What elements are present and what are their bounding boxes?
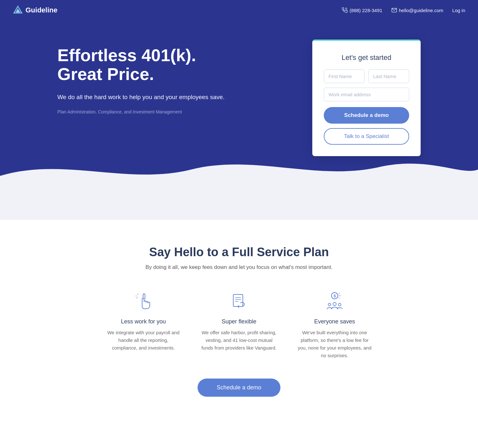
everyone-saves-icon: $ (323, 290, 346, 312)
svg-line-7 (137, 297, 137, 298)
logo-text: Guideline (25, 6, 57, 14)
form-title: Let's get started (324, 54, 409, 62)
phone-number: (888) 228-3491 (350, 8, 382, 13)
header: Guideline (888) 228-3491 hello@guideline… (0, 0, 478, 20)
last-name-input[interactable] (368, 69, 409, 83)
login-button[interactable]: Log in (452, 8, 465, 13)
email-address: hello@guideline.com (399, 8, 443, 13)
svg-line-16 (338, 297, 340, 298)
svg-point-18 (328, 303, 331, 306)
hero-title: Effortless 401(k). Great Price. (57, 46, 242, 84)
feature-name-2: Super flexible (201, 318, 277, 325)
hero-section: Effortless 401(k). Great Price. We do al… (0, 20, 478, 188)
feature-desc-1: We integrate with your payroll and handl… (105, 329, 182, 352)
hero-title-line1: Effortless 401(k). (57, 46, 196, 65)
schedule-demo-button[interactable]: Schedule a demo (324, 107, 409, 124)
feature-item-1: Less work for you We integrate with your… (105, 290, 182, 359)
feature-item-3: $ (296, 290, 373, 359)
features-section: Say Hello to a Full Service Plan By doin… (0, 220, 478, 422)
feature-name-1: Less work for you (105, 318, 182, 325)
svg-point-3 (345, 8, 347, 10)
less-work-icon (132, 290, 155, 312)
email-icon (391, 7, 397, 13)
feature-desc-2: We offer safe harbor, profit sharing, ve… (201, 329, 277, 352)
svg-text:$: $ (334, 294, 336, 298)
svg-point-19 (338, 303, 341, 306)
email-input[interactable] (324, 88, 409, 101)
phone-icon (342, 7, 348, 13)
talk-to-specialist-button[interactable]: Talk to a Specialist (324, 128, 409, 145)
wave-divider (0, 150, 478, 189)
name-row (324, 69, 409, 83)
feature-name-3: Everyone saves (296, 318, 373, 325)
feature-desc-3: We've built everything into one platform… (296, 329, 373, 359)
svg-point-17 (333, 302, 336, 306)
features-title: Say Hello to a Full Service Plan (13, 245, 465, 259)
section-buffer (0, 188, 478, 220)
email-link[interactable]: hello@guideline.com (391, 7, 443, 13)
hero-tagline: Plan Administration, Compliance, and Inv… (57, 109, 242, 114)
hero-content: Effortless 401(k). Great Price. We do al… (57, 40, 242, 114)
hero-subtitle: We do all the hard work to help you and … (57, 93, 242, 102)
feature-item-2: Super flexible We offer safe harbor, pro… (201, 290, 277, 359)
logo-icon (13, 5, 23, 15)
logo: Guideline (13, 5, 57, 15)
features-cta-button[interactable]: Schedule a demo (198, 379, 280, 397)
svg-line-5 (137, 294, 138, 295)
features-subtitle: By doing it all, we keep fees down and l… (13, 264, 465, 271)
svg-rect-8 (233, 294, 243, 307)
phone-link[interactable]: (888) 228-3491 (342, 7, 382, 13)
svg-line-14 (338, 293, 340, 294)
hero-title-line2: Great Price. (57, 64, 154, 83)
header-right: (888) 228-3491 hello@guideline.com Log i… (342, 7, 465, 13)
form-card: Let's get started Schedule a demo Talk t… (312, 40, 421, 156)
features-grid: Less work for you We integrate with your… (13, 290, 465, 359)
flexible-icon (228, 290, 250, 312)
first-name-input[interactable] (324, 69, 365, 83)
